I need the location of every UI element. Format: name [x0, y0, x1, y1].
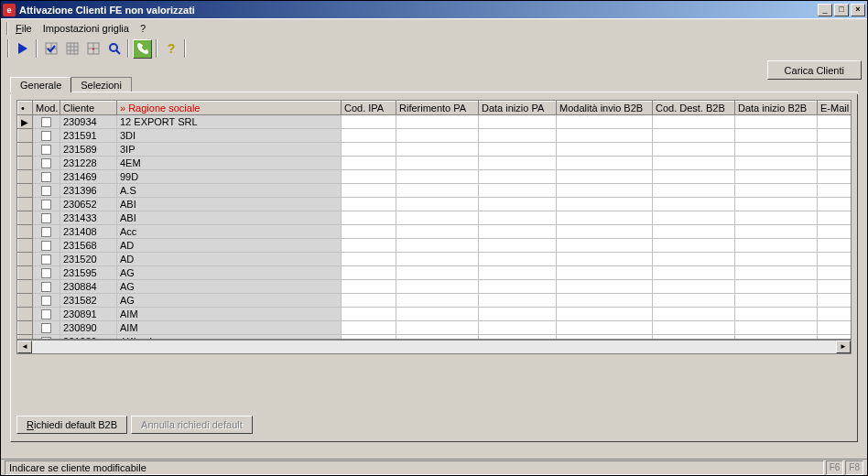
col-riferimento-pa[interactable]: Riferimento PA	[396, 102, 479, 115]
cell-empty[interactable]	[342, 294, 396, 308]
cell-empty[interactable]	[735, 253, 818, 266]
cell-mod[interactable]	[33, 294, 60, 308]
checkbox-icon[interactable]	[41, 309, 51, 319]
table-row[interactable]: 230884AG	[18, 280, 852, 294]
checkbox-icon[interactable]	[41, 241, 51, 251]
cell-empty[interactable]	[557, 294, 653, 308]
col-cliente[interactable]: Cliente	[60, 102, 117, 115]
row-header[interactable]	[18, 294, 33, 308]
col-data-inizio-b2b[interactable]: Data inizio B2B	[735, 102, 818, 115]
cell-ragione[interactable]: 3IP	[117, 143, 342, 157]
cell-empty[interactable]	[557, 157, 653, 170]
cell-empty[interactable]	[735, 239, 818, 253]
cell-empty[interactable]	[557, 308, 653, 321]
menu-help[interactable]: ?	[135, 21, 151, 36]
cell-empty[interactable]	[653, 266, 735, 280]
cell-ragione[interactable]: 99D	[117, 170, 342, 184]
cell-ragione[interactable]: AIM	[117, 308, 342, 321]
row-header[interactable]	[18, 198, 33, 211]
cell-empty[interactable]	[653, 157, 735, 170]
cell-cliente[interactable]: 231591	[60, 129, 117, 143]
checkbox-icon[interactable]	[41, 282, 51, 292]
checkbox-icon[interactable]	[41, 296, 51, 306]
cell-mod[interactable]	[33, 308, 60, 321]
table-row[interactable]: 231433ABI	[18, 211, 852, 225]
checkbox-icon[interactable]	[41, 158, 51, 168]
phone-icon[interactable]	[133, 39, 152, 59]
table-row[interactable]: 23146999D	[18, 170, 852, 184]
cell-empty[interactable]	[735, 225, 818, 239]
cell-empty[interactable]	[557, 211, 653, 225]
row-header[interactable]	[18, 143, 33, 157]
cell-empty[interactable]	[342, 308, 396, 321]
cell-empty[interactable]	[653, 198, 735, 211]
help-icon[interactable]: ?	[161, 39, 180, 59]
cell-empty[interactable]	[818, 157, 852, 170]
checkbox-icon[interactable]	[41, 268, 51, 278]
table-row[interactable]: ▶23093412 EXPORT SRL	[18, 115, 852, 129]
cell-empty[interactable]	[735, 198, 818, 211]
cell-empty[interactable]	[479, 253, 557, 266]
row-header[interactable]	[18, 157, 33, 170]
scroll-right-icon[interactable]: ►	[836, 341, 851, 353]
cell-cliente[interactable]: 231595	[60, 266, 117, 280]
cell-empty[interactable]	[653, 308, 735, 321]
cell-empty[interactable]	[342, 157, 396, 170]
cell-empty[interactable]	[479, 170, 557, 184]
cell-mod[interactable]	[33, 143, 60, 157]
cell-mod[interactable]	[33, 115, 60, 129]
cell-empty[interactable]	[818, 253, 852, 266]
cell-empty[interactable]	[735, 129, 818, 143]
grid-star-icon[interactable]: *	[83, 39, 103, 59]
cell-cliente[interactable]: 231433	[60, 211, 117, 225]
cell-empty[interactable]	[818, 211, 852, 225]
cell-mod[interactable]	[33, 157, 60, 170]
maximize-button[interactable]: □	[834, 4, 849, 16]
cell-empty[interactable]	[735, 280, 818, 294]
cell-empty[interactable]	[735, 143, 818, 157]
col-email-b2b[interactable]: E-Mail B	[818, 102, 852, 115]
cell-empty[interactable]	[396, 294, 479, 308]
cell-mod[interactable]	[33, 198, 60, 211]
cell-empty[interactable]	[557, 321, 653, 335]
cell-empty[interactable]	[342, 143, 396, 157]
cell-ragione[interactable]: AG	[117, 266, 342, 280]
cell-cliente[interactable]: 230934	[60, 115, 117, 129]
cell-empty[interactable]	[557, 184, 653, 198]
cell-empty[interactable]	[818, 280, 852, 294]
cell-empty[interactable]	[342, 321, 396, 335]
cell-empty[interactable]	[735, 294, 818, 308]
row-header[interactable]	[18, 239, 33, 253]
cell-empty[interactable]	[653, 225, 735, 239]
zoom-icon[interactable]	[104, 39, 124, 59]
cell-cliente[interactable]: 230884	[60, 280, 117, 294]
cell-empty[interactable]	[479, 280, 557, 294]
data-grid[interactable]: • Mod. Cliente » Ragione sociale Cod. IP…	[16, 100, 852, 340]
cell-ragione[interactable]: AD	[117, 253, 342, 266]
cell-empty[interactable]	[396, 143, 479, 157]
cell-empty[interactable]	[479, 294, 557, 308]
cell-cliente[interactable]: 231469	[60, 170, 117, 184]
checkbox-icon[interactable]	[41, 200, 51, 210]
annulla-richiedi-default-button[interactable]: Annulla richiedi default	[131, 416, 253, 434]
row-header[interactable]	[18, 266, 33, 280]
table-row[interactable]: 230652ABI	[18, 198, 852, 211]
menu-file[interactable]: File	[10, 21, 38, 36]
cell-empty[interactable]	[557, 170, 653, 184]
cell-empty[interactable]	[653, 184, 735, 198]
table-row[interactable]: 231520AD	[18, 253, 852, 266]
cell-ragione[interactable]: 12 EXPORT SRL	[117, 115, 342, 129]
cell-empty[interactable]	[479, 211, 557, 225]
cell-empty[interactable]	[396, 239, 479, 253]
cell-ragione[interactable]: A.S	[117, 184, 342, 198]
cell-empty[interactable]	[653, 129, 735, 143]
cell-empty[interactable]	[653, 239, 735, 253]
cell-empty[interactable]	[396, 198, 479, 211]
cell-empty[interactable]	[479, 225, 557, 239]
cell-empty[interactable]	[396, 225, 479, 239]
cell-empty[interactable]	[735, 266, 818, 280]
cell-empty[interactable]	[396, 129, 479, 143]
cell-mod[interactable]	[33, 129, 60, 143]
cell-empty[interactable]	[653, 321, 735, 335]
cell-empty[interactable]	[557, 239, 653, 253]
